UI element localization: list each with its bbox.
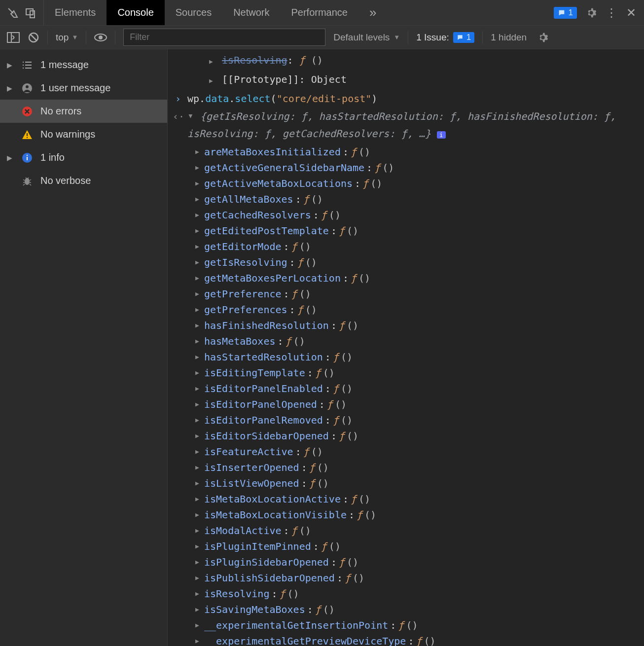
object-property-row[interactable]: ▶isInserterOpened: ƒ () [168, 460, 644, 475]
info-badge-icon[interactable]: i [437, 131, 446, 139]
object-property-row[interactable]: ▶getEditorMode: ƒ () [168, 239, 644, 254]
expand-arrow-icon[interactable]: ▶ [195, 428, 202, 444]
object-property-row[interactable]: ▶isSavingMetaBoxes: ƒ () [168, 602, 644, 617]
tab-elements[interactable]: Elements [44, 0, 107, 25]
collapse-arrow-icon[interactable]: ▶ [183, 114, 199, 121]
device-toggle-icon[interactable] [25, 7, 36, 19]
object-property-row[interactable]: ▶isEditorPanelEnabled: ƒ () [168, 381, 644, 396]
object-property-row[interactable]: ▶getPreferences: ƒ () [168, 302, 644, 318]
issues-link-label: 1 Issue: [416, 32, 449, 43]
object-property-row[interactable]: ▶isMetaBoxLocationActive: ƒ () [168, 491, 644, 507]
expand-arrow-icon[interactable]: ▶ [195, 176, 202, 191]
expand-arrow-icon[interactable]: ▶ [195, 239, 202, 254]
object-property-row[interactable]: ▶hasStartedResolution: ƒ () [168, 349, 644, 365]
console-settings-icon[interactable] [537, 32, 548, 43]
object-property-row[interactable]: ▶isPluginSidebarOpened: ƒ () [168, 554, 644, 570]
expand-arrow-icon[interactable]: ▶ [195, 586, 202, 602]
expand-arrow-icon[interactable]: ▶ [195, 491, 202, 507]
filter-input[interactable] [123, 29, 325, 46]
tab-sources[interactable]: Sources [165, 0, 222, 25]
expand-arrow-icon[interactable]: ▶ [195, 302, 202, 318]
expand-arrow-icon[interactable]: ▶ [209, 73, 216, 89]
expand-arrow-icon[interactable]: ▶ [195, 507, 202, 523]
expand-arrow-icon[interactable]: ▶ [195, 223, 202, 239]
object-property-row[interactable]: ▶getIsResolving: ƒ () [168, 254, 644, 270]
object-property-row[interactable]: ▶getActiveMetaBoxLocations: ƒ () [168, 176, 644, 191]
tab-overflow[interactable]: » [358, 0, 387, 25]
expand-arrow-icon[interactable]: ▶ [195, 396, 202, 412]
expand-arrow-icon[interactable]: ▶ [195, 412, 202, 428]
tab-network[interactable]: Network [222, 0, 280, 25]
tabbar-leading-icons [0, 0, 44, 25]
clear-console-icon[interactable] [28, 32, 39, 43]
object-property-row[interactable]: ▶isPublishSidebarOpened: ƒ () [168, 570, 644, 586]
expand-arrow-icon[interactable]: ▶ [195, 207, 202, 223]
object-property-row[interactable]: ▶isListViewOpened: ƒ () [168, 475, 644, 491]
object-property-row[interactable]: ▶isEditorSidebarOpened: ƒ () [168, 428, 644, 444]
object-property-row[interactable]: ▶getCachedResolvers: ƒ () [168, 207, 644, 223]
sidebar-item[interactable]: ▶1 user message [0, 76, 167, 100]
object-property-row[interactable]: ▶isPluginItemPinned: ƒ () [168, 538, 644, 554]
expand-arrow-icon[interactable]: ▶ [195, 554, 202, 570]
expand-arrow-icon[interactable]: ▶ [195, 160, 202, 176]
object-property-row[interactable]: ▶getMetaBoxesPerLocation: ƒ () [168, 270, 644, 286]
issues-link[interactable]: 1 Issue: 1 [416, 32, 474, 43]
expand-arrow-icon[interactable]: ▶ [195, 538, 202, 554]
object-property-row[interactable]: ▶isModalActive: ƒ () [168, 523, 644, 538]
expand-arrow-icon[interactable]: ▶ [195, 349, 202, 365]
expand-arrow-icon[interactable]: ▶ [195, 475, 202, 491]
sidebar-item[interactable]: No errors [0, 100, 167, 123]
expand-arrow-icon[interactable]: ▶ [209, 54, 216, 70]
object-property-row[interactable]: ▶isResolving: ƒ () [168, 586, 644, 602]
object-property-row[interactable]: ▶hasFinishedResolution: ƒ () [168, 318, 644, 333]
expand-arrow-icon[interactable]: ▶ [195, 333, 202, 349]
object-property-row[interactable]: ▶isFeatureActive: ƒ () [168, 444, 644, 460]
live-expression-icon[interactable] [94, 33, 107, 42]
expand-arrow-icon[interactable]: ▶ [195, 286, 202, 302]
console-output[interactable]: ▶ isResolving: ƒ ()▶ [[Prototype]]: Obje… [168, 49, 644, 646]
sidebar-item[interactable]: ▶1 message [0, 53, 167, 76]
object-property-row[interactable]: ▶isMetaBoxLocationVisible: ƒ () [168, 507, 644, 523]
object-property-row[interactable]: ▶isEditorPanelOpened: ƒ () [168, 396, 644, 412]
divider [115, 31, 115, 44]
close-devtools-icon[interactable]: ✕ [626, 6, 636, 20]
expand-arrow-icon[interactable]: ▶ [195, 444, 202, 460]
sidebar-item[interactable]: No warnings [0, 123, 167, 146]
expand-arrow-icon[interactable]: ▶ [195, 570, 202, 586]
log-level-selector[interactable]: Default levels ▼ [333, 32, 400, 43]
expand-arrow-icon[interactable]: ▶ [195, 523, 202, 538]
expand-arrow-icon[interactable]: ▶ [195, 617, 202, 633]
tab-performance[interactable]: Performance [281, 0, 359, 25]
object-property-row[interactable]: ▶isEditingTemplate: ƒ () [168, 365, 644, 381]
expand-arrow-icon[interactable]: ▶ [195, 254, 202, 270]
expand-arrow-icon[interactable]: ▶ [195, 144, 202, 160]
inspect-icon[interactable] [7, 7, 19, 19]
expand-arrow-icon[interactable]: ▶ [195, 602, 202, 617]
object-property-row[interactable]: ▶getPreference: ƒ () [168, 286, 644, 302]
hidden-messages[interactable]: 1 hidden [491, 32, 527, 43]
object-property-row[interactable]: ▶hasMetaBoxes: ƒ () [168, 333, 644, 349]
expand-arrow-icon[interactable]: ▶ [195, 381, 202, 396]
kebab-menu-icon[interactable]: ⋮ [606, 6, 617, 20]
object-property-row[interactable]: ▶__experimentalGetInsertionPoint: ƒ () [168, 617, 644, 633]
context-label: top [56, 32, 69, 43]
object-property-row[interactable]: ▶__experimentalGetPreviewDeviceType: ƒ (… [168, 633, 644, 646]
issues-badge[interactable]: 1 [554, 7, 577, 19]
sidebar-item[interactable]: ▶1 info [0, 146, 167, 169]
sidebar-item[interactable]: No verbose [0, 169, 167, 192]
object-property-row[interactable]: ▶getEditedPostTemplate: ƒ () [168, 223, 644, 239]
expand-arrow-icon[interactable]: ▶ [195, 365, 202, 381]
expand-arrow-icon[interactable]: ▶ [195, 460, 202, 475]
object-property-row[interactable]: ▶areMetaBoxesInitialized: ƒ () [168, 144, 644, 160]
object-property-row[interactable]: ▶getAllMetaBoxes: ƒ () [168, 191, 644, 207]
settings-icon[interactable] [586, 7, 597, 18]
context-selector[interactable]: top ▼ [56, 32, 78, 43]
tab-console[interactable]: Console [107, 0, 164, 25]
expand-arrow-icon[interactable]: ▶ [195, 633, 202, 646]
expand-arrow-icon[interactable]: ▶ [195, 318, 202, 333]
expand-arrow-icon[interactable]: ▶ [195, 191, 202, 207]
object-property-row[interactable]: ▶getActiveGeneralSidebarName: ƒ () [168, 160, 644, 176]
expand-arrow-icon[interactable]: ▶ [195, 270, 202, 286]
object-property-row[interactable]: ▶isEditorPanelRemoved: ƒ () [168, 412, 644, 428]
sidebar-toggle-icon[interactable] [7, 32, 20, 43]
